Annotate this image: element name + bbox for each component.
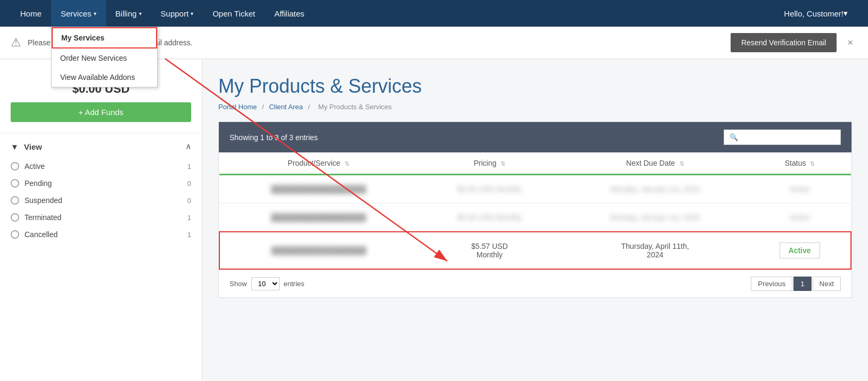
pagination: Previous 1 Next xyxy=(751,277,841,291)
cell-product: ██████████████████ xyxy=(219,175,417,204)
page-title: My Products & Services xyxy=(218,75,852,98)
filter-terminated-count: 1 xyxy=(187,214,191,222)
filter-suspended[interactable]: Suspended 0 xyxy=(11,192,191,209)
due-date-line2: 2024 xyxy=(647,250,664,259)
cell-status-active: Active xyxy=(749,232,851,269)
pricing-amount: $5.57 USD xyxy=(471,242,507,250)
main-content: My Products & Services Portal Home / Cli… xyxy=(202,59,868,381)
chevron-down-icon: ▾ xyxy=(191,11,193,17)
nav-home[interactable]: Home xyxy=(11,0,51,27)
chevron-down-icon: ▾ xyxy=(139,11,142,17)
warning-icon: ⚠ xyxy=(11,36,21,50)
table-row[interactable]: ██████████████████ $0.00 USD Monthly Mon… xyxy=(219,175,851,204)
sort-icon[interactable]: ⇅ xyxy=(679,160,684,167)
main-layout: Account Credit Balance $0.00 USD + Add F… xyxy=(0,59,868,381)
chevron-down-icon: ▾ xyxy=(94,11,96,17)
nav-billing[interactable]: Billing ▾ xyxy=(106,0,151,27)
filter-cancelled[interactable]: Cancelled 1 xyxy=(11,226,191,243)
nav-billing-dropdown[interactable]: Billing ▾ xyxy=(106,0,151,27)
nav-user[interactable]: Hello, Customer! ▾ xyxy=(774,0,857,27)
menu-view-addons[interactable]: View Available Addons xyxy=(52,68,157,87)
menu-order-new[interactable]: Order New Services xyxy=(52,48,157,68)
nav-open-ticket[interactable]: Open Ticket xyxy=(203,0,265,27)
radio-active xyxy=(11,162,19,171)
cell-due-date: Monday, January 1st, 2024 xyxy=(561,175,749,204)
filter-header: ▼ View ∧ xyxy=(11,142,191,151)
status-badge-active: Active xyxy=(780,242,820,258)
menu-my-services[interactable]: My Services xyxy=(52,27,157,48)
services-table-container: Showing 1 to 3 of 3 entries 🔍 Product/Se… xyxy=(218,121,852,298)
collapse-icon[interactable]: ∧ xyxy=(185,142,191,151)
table-footer: Show 10 25 50 entries Previous 1 Next xyxy=(219,270,851,297)
resend-verification-button[interactable]: Resend Verification Email xyxy=(731,33,837,52)
prev-button[interactable]: Previous xyxy=(751,277,792,291)
sort-icon[interactable]: ⇅ xyxy=(345,160,349,167)
cell-pricing: $0.00 USD Monthly xyxy=(417,175,561,204)
show-label: Show xyxy=(230,280,247,288)
due-date-line1: Thursday, April 11th, xyxy=(621,242,689,250)
search-icon: 🔍 xyxy=(730,133,738,141)
table-search-box[interactable]: 🔍 xyxy=(724,129,841,145)
next-button[interactable]: Next xyxy=(813,277,841,291)
radio-cancelled xyxy=(11,230,19,239)
cell-product: ██████████████████ xyxy=(219,204,417,232)
filter-active-label: Active xyxy=(24,162,45,171)
radio-suspended xyxy=(11,196,19,205)
entries-label: entries xyxy=(284,280,305,288)
pricing-period: Monthly xyxy=(477,250,503,259)
col-status: Status ⇅ xyxy=(749,152,851,175)
filter-section: ▼ View ∧ Active 1 Pending 0 Suspended 0 xyxy=(0,133,202,252)
cell-product: ██████████████████ xyxy=(219,232,417,269)
breadcrumb-client-area[interactable]: Client Area xyxy=(269,103,303,111)
filter-suspended-count: 0 xyxy=(187,197,191,205)
nav-services-dropdown[interactable]: Services ▾ My Services Order New Service… xyxy=(51,0,106,27)
table-showing: Showing 1 to 3 of 3 entries xyxy=(230,133,318,142)
radio-terminated xyxy=(11,213,19,222)
cell-status: Active xyxy=(749,175,851,204)
col-pricing: Pricing ⇅ xyxy=(417,152,561,175)
show-entries: Show 10 25 50 entries xyxy=(230,277,305,290)
filter-label: View xyxy=(24,142,42,151)
nav-affiliates[interactable]: Affiliates xyxy=(265,0,314,27)
cell-due-date: Thursday, April 11th, 2024 xyxy=(561,232,749,269)
table-row[interactable]: ██████████████████ $0.00 USD Monthly Mon… xyxy=(219,204,851,232)
sort-icon[interactable]: ⇅ xyxy=(501,160,505,167)
nav-support-dropdown[interactable]: Support ▾ xyxy=(151,0,203,27)
cell-due-date: Monday, January 1st, 2024 xyxy=(561,204,749,232)
filter-cancelled-count: 1 xyxy=(187,231,191,239)
services-dropdown-menu: My Services Order New Services View Avai… xyxy=(51,27,158,87)
top-nav: Home Services ▾ My Services Order New Se… xyxy=(0,0,868,27)
table-header: Showing 1 to 3 of 3 entries 🔍 xyxy=(219,122,851,152)
filter-suspended-label: Suspended xyxy=(24,196,62,205)
filter-pending-count: 0 xyxy=(187,180,191,188)
sort-icon[interactable]: ⇅ xyxy=(810,160,815,167)
filter-icon: ▼ xyxy=(11,142,19,151)
breadcrumb-current: My Products & Services xyxy=(318,103,392,111)
breadcrumb: Portal Home / Client Area / My Products … xyxy=(218,103,852,111)
sidebar: Account Credit Balance $0.00 USD + Add F… xyxy=(0,59,202,381)
chevron-down-icon: ▾ xyxy=(844,9,848,18)
close-alert-button[interactable]: × xyxy=(843,37,857,48)
col-product: Product/Service ⇅ xyxy=(219,152,417,175)
entries-select[interactable]: 10 25 50 xyxy=(251,277,280,290)
add-funds-button[interactable]: + Add Funds xyxy=(11,102,191,122)
col-due-date: Next Due Date ⇅ xyxy=(561,152,749,175)
filter-cancelled-label: Cancelled xyxy=(24,230,58,239)
cell-status: Active xyxy=(749,204,851,232)
services-table: Product/Service ⇅ Pricing ⇅ Next Due Dat… xyxy=(219,152,851,270)
filter-pending[interactable]: Pending 0 xyxy=(11,175,191,192)
breadcrumb-portal-home[interactable]: Portal Home xyxy=(218,103,257,111)
filter-active[interactable]: Active 1 xyxy=(11,158,191,175)
filter-active-count: 1 xyxy=(187,163,191,171)
page-1-button[interactable]: 1 xyxy=(793,277,811,291)
nav-support[interactable]: Support ▾ xyxy=(151,0,203,27)
nav-services[interactable]: Services ▾ xyxy=(51,0,106,27)
table-row-highlighted[interactable]: ██████████████████ $5.57 USD Monthly Thu… xyxy=(219,232,851,269)
filter-terminated-label: Terminated xyxy=(24,213,61,222)
filter-pending-label: Pending xyxy=(24,179,52,188)
radio-pending xyxy=(11,179,19,188)
filter-terminated[interactable]: Terminated 1 xyxy=(11,209,191,226)
nav-user-link[interactable]: Hello, Customer! ▾ xyxy=(774,0,857,27)
cell-pricing: $0.00 USD Monthly xyxy=(417,204,561,232)
search-input[interactable] xyxy=(741,133,835,141)
